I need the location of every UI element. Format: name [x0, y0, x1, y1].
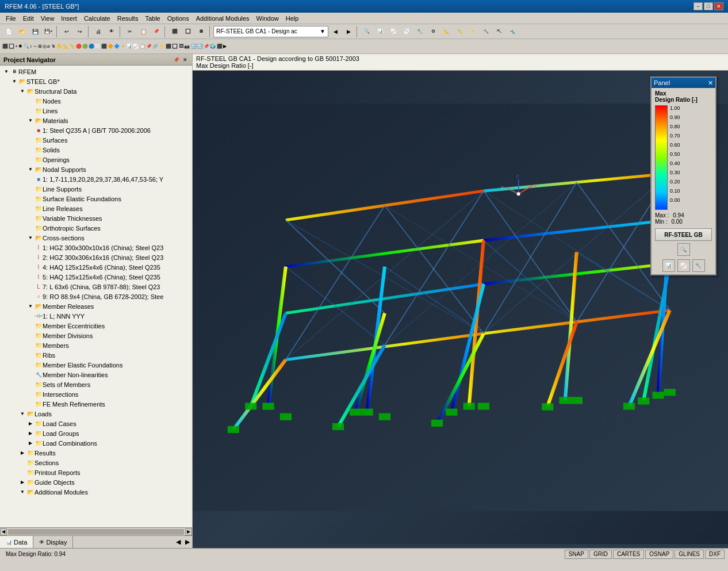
tree-member-eccen[interactable]: 📁 Member Eccentricities — [0, 321, 192, 331]
tb2-24[interactable]: 📈 — [133, 44, 139, 49]
tb2-31[interactable]: 🖼 — [179, 44, 183, 49]
tb-nav-fwd[interactable]: ▶ — [342, 25, 355, 38]
tb-undo[interactable]: ↩ — [60, 25, 73, 38]
tree-mat1[interactable]: ■ 1: Steel Q235 A | GB/T 700-2006:2006 — [0, 125, 192, 135]
tree-lines[interactable]: 📁 Lines — [0, 106, 192, 116]
tree-openings[interactable]: 📁 Openings — [0, 155, 192, 164]
tree-intersections[interactable]: 📁 Intersections — [0, 389, 192, 399]
tree-load-groups[interactable]: ▶ 📁 Load Groups — [0, 428, 192, 438]
tb2-10[interactable]: ⌀ — [47, 44, 50, 49]
tree-loads[interactable]: ▼ 📂 Loads — [0, 409, 192, 419]
nav-prev-arrow[interactable]: ◀ — [174, 538, 183, 546]
snap-button[interactable]: SNAP — [565, 550, 588, 559]
nav-close-button[interactable]: ✕ — [182, 57, 189, 63]
tree-variable-thick[interactable]: 📁 Variable Thicknesses — [0, 213, 192, 223]
tb-b1[interactable]: ⬛ — [168, 25, 181, 38]
tb2-19[interactable]: ⬛ — [101, 44, 107, 49]
minimize-button[interactable]: − — [693, 2, 703, 10]
tree-members[interactable]: 📁 Members — [0, 340, 192, 350]
tb2-37[interactable]: ⬛ — [217, 44, 223, 49]
tree-surface-elastic[interactable]: 📁 Surface Elastic Foundations — [0, 194, 192, 204]
menu-help[interactable]: Help — [282, 14, 302, 23]
tree-nodes[interactable]: 📁 Nodes — [0, 96, 192, 106]
tb2-12[interactable]: ✋ — [56, 44, 62, 49]
tb-r3[interactable]: 📈 — [387, 25, 400, 38]
tb-redo[interactable]: ↪ — [74, 25, 86, 38]
tb-r5[interactable]: 🔧 — [413, 25, 426, 38]
tb-open[interactable]: 📂 — [16, 25, 28, 38]
tb2-28[interactable]: ⚡ — [159, 44, 164, 49]
tree-rfem[interactable]: ▼ 🖥 RFEM — [0, 67, 192, 76]
tb2-35[interactable]: 📌 — [204, 44, 209, 49]
tb-r6[interactable]: ⚙ — [427, 25, 439, 38]
tb-r7[interactable]: 📐 — [440, 25, 453, 38]
module-dropdown[interactable]: RF-STEEL GB CA1 - Design ac▼ — [213, 26, 328, 37]
tb-r9[interactable]: ⚡ — [466, 25, 479, 38]
tree-load-cases[interactable]: ▶ 📁 Load Cases — [0, 419, 192, 428]
tb2-15[interactable]: 🔴 — [76, 44, 82, 49]
tb2-20[interactable]: 🔶 — [108, 44, 113, 49]
tb-new[interactable]: 📄 — [2, 25, 15, 38]
tree-results[interactable]: ▶ 📁 Results — [0, 448, 192, 458]
tree-member-nonlin[interactable]: 🔧 Member Non-linearities — [0, 370, 192, 380]
tree-cs1[interactable]: I 1: HGZ 300x300x10x16 (China); Steel Q2… — [0, 243, 192, 252]
panel-close-button[interactable]: ✕ — [708, 79, 713, 87]
tb2-23[interactable]: 📊 — [127, 44, 132, 49]
nav-tree[interactable]: ▼ 🖥 RFEM ▼ 📂 STEEL GB* ▼ 📂 Structural Da… — [0, 66, 192, 527]
tb2-14[interactable]: 📏 — [69, 44, 75, 49]
tree-add-modules[interactable]: ▼ 📂 Additional Modules — [0, 487, 192, 497]
tree-guide-objects[interactable]: ▶ 📁 Guide Objects — [0, 477, 192, 487]
tb-r8[interactable]: 📏 — [453, 25, 466, 38]
menu-edit[interactable]: Edit — [20, 14, 37, 23]
tree-materials[interactable]: ▼ 📂 Materials — [0, 116, 192, 125]
tb-nav-back[interactable]: ◀ — [329, 25, 342, 38]
tb2-29[interactable]: ⬛ — [166, 44, 171, 49]
panel-icon-btn-2[interactable]: 📈 — [677, 259, 690, 272]
tb2-30[interactable]: 🔲 — [172, 44, 178, 49]
tb-b3[interactable]: 🔳 — [195, 25, 208, 38]
tb2-36[interactable]: 🌍 — [210, 44, 216, 49]
menu-options[interactable]: Options — [164, 14, 193, 23]
tb2-25[interactable]: 📋 — [140, 44, 145, 49]
tree-cs5[interactable]: I 5: HAQ 125x125x4x6 (China); Steel Q235 — [0, 272, 192, 282]
tb2-3[interactable]: + — [15, 44, 18, 49]
osnap-button[interactable]: OSNAP — [645, 550, 673, 559]
tb2-8[interactable]: ⊞ — [38, 44, 42, 49]
tb2-21[interactable]: 🔷 — [114, 44, 120, 49]
tree-cs9[interactable]: ○ 9: RO 88.9x4 (China, GB 6728-2002); St… — [0, 292, 192, 301]
menu-additional-modules[interactable]: Additional Modules — [193, 14, 253, 23]
tb-print[interactable]: 🖨 — [92, 25, 105, 38]
tb2-2[interactable]: 🔲 — [9, 44, 14, 49]
menu-calculate[interactable]: Calculate — [81, 14, 114, 23]
menu-insert[interactable]: Insert — [58, 14, 81, 23]
scroll-right-btn[interactable]: ▶ — [185, 528, 192, 535]
tree-sets-members[interactable]: 📁 Sets of Members — [0, 380, 192, 389]
tb2-6[interactable]: ↕ — [30, 44, 32, 49]
tb2-5[interactable]: 🔍 — [24, 44, 29, 49]
tb2-33[interactable]: 🔙 — [191, 44, 197, 49]
tb2-34[interactable]: 🔚 — [197, 44, 203, 49]
tb2-13[interactable]: 📐 — [63, 44, 68, 49]
scroll-left-btn[interactable]: ◀ — [0, 528, 7, 535]
glines-button[interactable]: GLINES — [675, 550, 704, 559]
tab-data[interactable]: 📊 Data — [0, 536, 33, 549]
tb-paste[interactable]: 📌 — [150, 25, 163, 38]
menu-view[interactable]: View — [37, 14, 58, 23]
dxf-button[interactable]: DXF — [705, 550, 725, 559]
view-3d[interactable]: x z y Panel ✕ Max Design Ratio [-] — [193, 71, 728, 544]
tb2-32[interactable]: 📷 — [184, 44, 190, 49]
tree-nodal-supports[interactable]: ▼ 📂 Nodal Supports — [0, 164, 192, 174]
rf-steel-gb-button[interactable]: RF-STEEL GB — [655, 228, 712, 241]
tb2-22[interactable]: 🔸 — [120, 44, 126, 49]
tb2-38[interactable]: ▶ — [223, 44, 227, 49]
tb2-18[interactable]: ⬜ — [95, 44, 101, 49]
tree-sections[interactable]: 📁 Sections — [0, 458, 192, 467]
tb-save2[interactable]: 💾+ — [42, 25, 55, 38]
tree-cs7[interactable]: L 7: L 63x6 (China, GB 9787-88); Steel Q… — [0, 282, 192, 292]
cartes-button[interactable]: CARTES — [613, 550, 644, 559]
tree-cs4[interactable]: I 4: HAQ 125x125x4x6 (China); Steel Q235 — [0, 262, 192, 272]
panel-search-button[interactable]: 🔍 — [677, 243, 690, 256]
tree-cs2[interactable]: I 2: HGZ 300x306x16x16 (China); Steel Q2… — [0, 252, 192, 262]
tb-b2[interactable]: 🔲 — [182, 25, 194, 38]
tree-ribs[interactable]: 📁 Ribs — [0, 350, 192, 360]
